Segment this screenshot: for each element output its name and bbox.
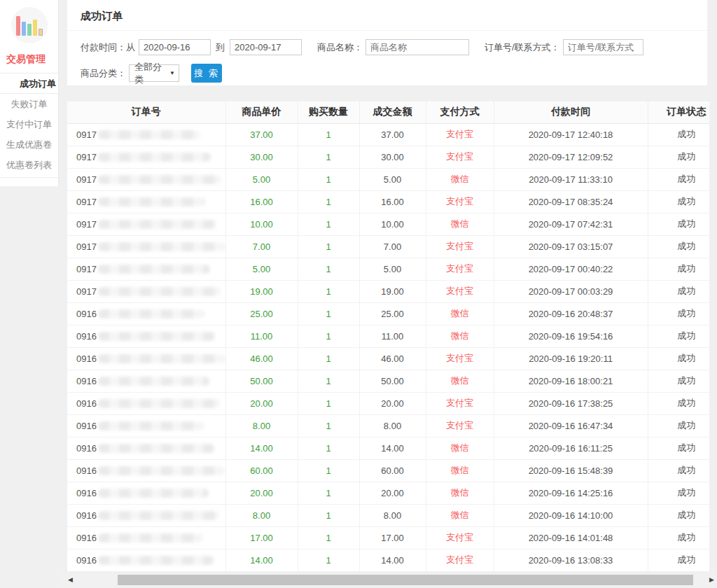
order-number-prefix: 0916	[76, 376, 97, 386]
order-number-prefix: 0916	[76, 488, 97, 498]
table-row[interactable]: 0916 25.00 1 25.00 微信 2020-09-16 20:48:3…	[67, 302, 709, 325]
sidebar: 交易管理 成功订单 失败订单 支付中订单 生成优惠卷 优惠卷列表	[0, 0, 59, 186]
orders-table-panel: 订单号 商品单价 购买数量 成交金额 支付方式 付款时间 订单状态	[67, 102, 709, 571]
order-number-prefix: 0916	[76, 443, 97, 454]
quantity-cell: 1	[298, 146, 359, 168]
redacted-order-blur	[98, 533, 203, 542]
quantity-cell: 1	[298, 482, 359, 504]
scroll-left-arrow-icon[interactable]: ◀	[68, 574, 73, 586]
amount-cell: 60.00	[359, 459, 426, 482]
payment-time-cell: 2020-09-16 18:00:21	[494, 370, 648, 392]
horizontal-scrollbar[interactable]: ◀ ▶	[60, 574, 717, 586]
table-row[interactable]: 0916 50.00 1 50.00 微信 2020-09-16 18:00:2…	[67, 370, 709, 392]
table-row[interactable]: 0916 8.00 1 8.00 微信 2020-09-16 14:10:00 …	[67, 504, 709, 526]
payment-method-cell: 支付宝	[426, 526, 494, 549]
amount-cell: 20.00	[359, 482, 426, 504]
payment-time-cell: 2020-09-16 19:54:16	[494, 325, 648, 347]
table-row[interactable]: 0917 16.00 1 16.00 支付宝 2020-09-17 08:35:…	[67, 190, 709, 213]
column-header: 付款时间	[494, 102, 648, 123]
payment-method-cell: 支付宝	[426, 280, 494, 302]
order-number-prefix: 0916	[76, 555, 97, 566]
order-number-prefix: 0916	[76, 331, 97, 342]
column-header: 订单号	[67, 102, 225, 123]
table-row[interactable]: 0917 10.00 1 10.00 微信 2020-09-17 07:42:3…	[67, 213, 709, 235]
redacted-order-blur	[98, 175, 221, 184]
table-row[interactable]: 0916 14.00 1 14.00 支付宝 2020-09-16 13:08:…	[67, 549, 709, 571]
quantity-cell: 1	[298, 459, 359, 482]
table-row[interactable]: 0916 46.00 1 46.00 支付宝 2020-09-16 19:20:…	[67, 347, 709, 370]
column-header: 订单状态	[648, 102, 709, 123]
sidebar-menu-item[interactable]: 生成优惠卷	[0, 134, 58, 155]
search-button[interactable]: 搜 索	[191, 64, 222, 83]
table-row[interactable]: 0916 8.00 1 8.00 支付宝 2020-09-16 16:47:34…	[67, 414, 709, 437]
redacted-order-blur	[98, 421, 204, 430]
sidebar-menu-item[interactable]: 优惠卷列表	[0, 155, 58, 175]
table-row[interactable]: 0916 14.00 1 14.00 微信 2020-09-16 16:11:2…	[67, 437, 709, 459]
payment-time-cell: 2020-09-17 12:40:18	[494, 123, 648, 146]
order-status-cell: 成功	[648, 392, 709, 414]
unit-price-cell: 14.00	[225, 549, 298, 571]
payment-method-cell: 微信	[426, 213, 494, 235]
redacted-order-blur	[98, 153, 211, 162]
column-header: 成交金额	[359, 102, 426, 123]
payment-time-cell: 2020-09-16 19:20:11	[494, 347, 648, 370]
amount-cell: 8.00	[359, 504, 426, 526]
scrollbar-thumb[interactable]	[118, 575, 693, 585]
sidebar-menu-item-label: 成功订单	[20, 78, 56, 89]
order-number-cell: 0916	[67, 504, 225, 526]
order-status-cell: 成功	[648, 526, 709, 549]
order-number-cell: 0917	[67, 280, 225, 302]
sidebar-menu-item[interactable]: 成功订单	[0, 74, 58, 94]
payment-method-cell: 微信	[426, 437, 494, 459]
orders-table-body: 0917 37.00 1 37.00 支付宝 2020-09-17 12:40:…	[67, 123, 709, 571]
filter-row-2: 商品分类： 全部分类 ▼ 搜 索	[67, 64, 707, 83]
table-row[interactable]: 0917 5.00 1 5.00 支付宝 2020-09-17 00:40:22…	[67, 258, 709, 280]
amount-cell: 37.00	[359, 123, 426, 146]
table-row[interactable]: 0917 37.00 1 37.00 支付宝 2020-09-17 12:40:…	[67, 123, 709, 146]
sidebar-menu-item[interactable]: 失败订单	[0, 94, 58, 114]
bar-chart-logo-icon	[11, 7, 48, 43]
table-row[interactable]: 0916 17.00 1 17.00 支付宝 2020-09-16 14:01:…	[67, 526, 709, 549]
date-to-input[interactable]	[230, 39, 302, 55]
category-select[interactable]: 全部分类 ▼	[129, 64, 179, 82]
quantity-cell: 1	[298, 414, 359, 437]
amount-cell: 50.00	[359, 370, 426, 392]
sidebar-menu-item-label: 失败订单	[11, 99, 48, 109]
table-row[interactable]: 0917 19.00 1 19.00 支付宝 2020-09-17 00:03:…	[67, 280, 709, 302]
amount-cell: 11.00	[359, 325, 426, 347]
amount-cell: 46.00	[359, 347, 426, 370]
quantity-cell: 1	[298, 123, 359, 146]
product-name-input[interactable]	[366, 39, 469, 55]
sidebar-section-title: 交易管理	[0, 43, 58, 74]
redacted-order-blur	[98, 220, 216, 229]
payment-method-cell: 支付宝	[426, 235, 494, 258]
unit-price-cell: 5.00	[225, 168, 298, 190]
table-row[interactable]: 0917 7.00 1 7.00 支付宝 2020-09-17 03:15:07…	[67, 235, 709, 258]
payment-time-cell: 2020-09-16 14:01:48	[494, 526, 648, 549]
order-number-prefix: 0917	[76, 264, 97, 274]
sidebar-menu: 成功订单 失败订单 支付中订单 生成优惠卷 优惠卷列表	[0, 74, 58, 175]
table-row[interactable]: 0917 5.00 1 5.00 微信 2020-09-17 11:33:10 …	[67, 168, 709, 190]
quantity-cell: 1	[298, 302, 359, 325]
table-row[interactable]: 0916 20.00 1 20.00 微信 2020-09-16 14:25:1…	[67, 482, 709, 504]
unit-price-cell: 5.00	[225, 258, 298, 280]
redacted-order-blur	[98, 466, 225, 475]
unit-price-cell: 11.00	[225, 325, 298, 347]
filter-row-1: 付款时间：从 到 商品名称： 订单号/联系方式：	[67, 39, 707, 55]
table-row[interactable]: 0916 11.00 1 11.00 微信 2020-09-16 19:54:1…	[67, 325, 709, 347]
amount-cell: 25.00	[359, 302, 426, 325]
unit-price-cell: 46.00	[225, 347, 298, 370]
date-from-input[interactable]	[139, 39, 211, 55]
order-contact-input[interactable]	[563, 39, 643, 55]
table-row[interactable]: 0916 60.00 1 60.00 微信 2020-09-16 15:48:3…	[67, 459, 709, 482]
amount-cell: 20.00	[359, 392, 426, 414]
order-number-cell: 0917	[67, 235, 225, 258]
amount-cell: 8.00	[359, 414, 426, 437]
table-row[interactable]: 0917 30.00 1 30.00 支付宝 2020-09-17 12:09:…	[67, 146, 709, 168]
scroll-right-arrow-icon[interactable]: ▶	[709, 574, 714, 586]
unit-price-cell: 8.00	[225, 414, 298, 437]
amount-cell: 19.00	[359, 280, 426, 302]
sidebar-menu-item[interactable]: 支付中订单	[0, 114, 58, 134]
category-label: 商品分类：	[81, 67, 126, 80]
table-row[interactable]: 0916 20.00 1 20.00 支付宝 2020-09-16 17:38:…	[67, 392, 709, 414]
